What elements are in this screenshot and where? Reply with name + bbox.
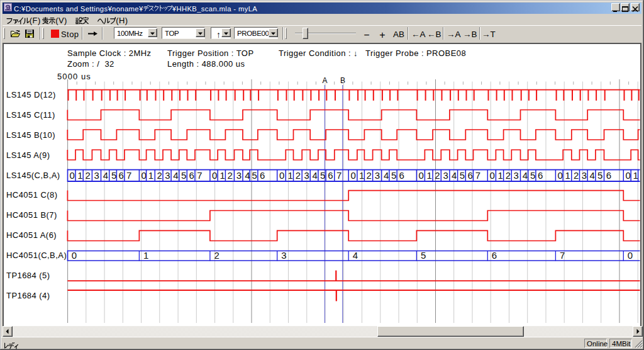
svg-text:6: 6: [189, 170, 194, 181]
svg-text:7: 7: [560, 250, 565, 261]
svg-text:2: 2: [214, 250, 219, 261]
svg-text:0: 0: [626, 170, 631, 181]
svg-text:7: 7: [475, 170, 480, 181]
svg-text:5: 5: [597, 170, 602, 181]
svg-text:0: 0: [279, 170, 284, 181]
svg-text:0: 0: [490, 170, 495, 181]
svg-text:2: 2: [506, 170, 511, 181]
svg-text:1: 1: [148, 170, 153, 181]
svg-text:4: 4: [384, 170, 389, 181]
svg-text:6: 6: [538, 170, 543, 181]
svg-text:1: 1: [219, 170, 225, 181]
svg-text:1: 1: [427, 170, 432, 181]
svg-text:3: 3: [443, 170, 448, 181]
svg-text:3: 3: [582, 170, 587, 181]
svg-text:6: 6: [328, 170, 333, 181]
svg-text:6: 6: [119, 170, 124, 181]
svg-text:5: 5: [530, 170, 535, 181]
svg-text:0: 0: [558, 170, 563, 181]
svg-text:5: 5: [320, 170, 325, 181]
svg-text:2: 2: [85, 170, 90, 181]
svg-text:3: 3: [165, 170, 170, 181]
svg-text:1: 1: [498, 170, 503, 181]
svg-text:2: 2: [367, 170, 372, 181]
svg-text:5: 5: [252, 170, 257, 181]
svg-text:0: 0: [142, 170, 147, 181]
svg-text:6: 6: [260, 170, 265, 181]
svg-text:6: 6: [399, 170, 404, 181]
svg-text:3: 3: [304, 170, 309, 181]
svg-text:5: 5: [181, 170, 186, 181]
svg-text:0: 0: [628, 250, 633, 261]
svg-text:5: 5: [111, 170, 116, 181]
svg-text:3: 3: [281, 250, 286, 261]
svg-text:3: 3: [94, 170, 99, 181]
svg-text:2: 2: [574, 170, 579, 181]
svg-text:5: 5: [460, 170, 465, 181]
svg-text:4: 4: [589, 170, 594, 181]
svg-text:1: 1: [288, 170, 293, 181]
svg-text:0: 0: [350, 170, 355, 181]
svg-text:4: 4: [312, 170, 317, 181]
svg-text:0: 0: [212, 170, 217, 181]
svg-text:6: 6: [468, 170, 473, 181]
svg-text:2: 2: [435, 170, 440, 181]
svg-text:3: 3: [375, 170, 380, 181]
svg-text:0: 0: [72, 250, 77, 261]
svg-text:6: 6: [606, 170, 611, 181]
svg-text:7: 7: [126, 170, 131, 181]
svg-text:4: 4: [103, 170, 108, 181]
svg-text:3: 3: [514, 170, 519, 181]
svg-text:0: 0: [419, 170, 424, 181]
svg-text:5: 5: [391, 170, 396, 181]
svg-text:5: 5: [421, 250, 426, 261]
svg-text:7: 7: [197, 170, 202, 181]
svg-text:4: 4: [173, 170, 178, 181]
svg-text:3: 3: [236, 170, 242, 181]
svg-text:2: 2: [296, 170, 301, 181]
svg-text:1: 1: [77, 170, 82, 181]
svg-text:6: 6: [492, 250, 497, 261]
svg-text:7: 7: [336, 170, 341, 181]
svg-text:1: 1: [143, 250, 148, 261]
svg-text:1: 1: [359, 170, 364, 181]
svg-text:0: 0: [70, 170, 75, 181]
svg-text:2: 2: [157, 170, 162, 181]
svg-text:2: 2: [228, 170, 233, 181]
svg-text:4: 4: [523, 170, 528, 181]
svg-text:4: 4: [353, 250, 358, 261]
svg-text:1: 1: [633, 170, 638, 181]
svg-text:4: 4: [245, 170, 250, 181]
svg-text:4: 4: [452, 170, 457, 181]
svg-text:1: 1: [565, 170, 570, 181]
